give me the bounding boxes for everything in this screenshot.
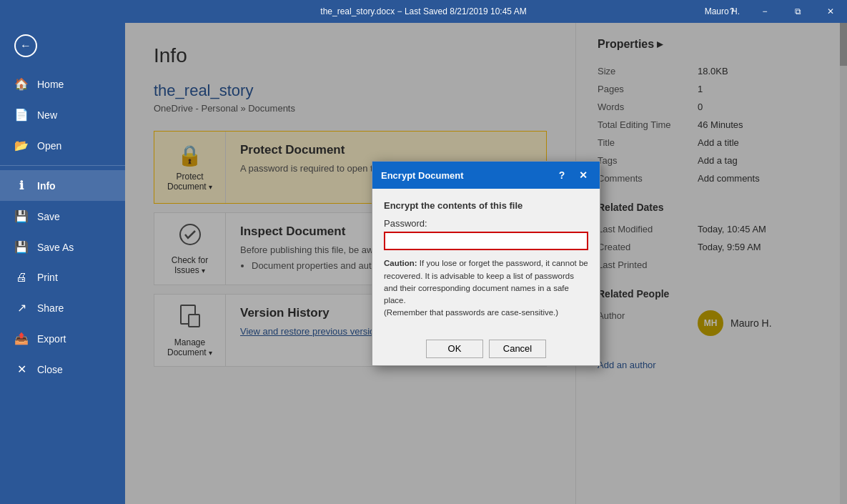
title-bar-text: the_real_story.docx − Last Saved 8/21/20… xyxy=(320,6,526,16)
sidebar-item-close[interactable]: ✕ Close xyxy=(0,354,125,385)
main-layout: ← 🏠 Home 📄 New 📂 Open ℹ xyxy=(0,23,847,504)
sidebar-label-home: Home xyxy=(37,79,64,90)
sidebar-item-save[interactable]: 💾 Save xyxy=(0,201,125,232)
modal-caution-text: Caution: If you lose or forget the passw… xyxy=(384,257,588,319)
sidebar-item-save-as[interactable]: 💾 Save As xyxy=(0,232,125,262)
modal-cancel-button[interactable]: Cancel xyxy=(489,340,546,358)
sidebar-item-print[interactable]: 🖨 Print xyxy=(0,262,125,292)
modal-footer: OK Cancel xyxy=(372,340,600,365)
sidebar-item-open[interactable]: 📂 Open xyxy=(0,130,125,161)
print-icon: 🖨 xyxy=(14,271,29,284)
new-icon: 📄 xyxy=(14,108,29,122)
encrypt-document-modal: Encrypt Document ? ✕ Encrypt the content… xyxy=(372,161,600,365)
info-icon: ℹ xyxy=(14,179,29,192)
sidebar-label-save: Save xyxy=(37,211,60,222)
modal-header: Encrypt Document ? ✕ xyxy=(372,162,600,189)
save-as-icon: 💾 xyxy=(14,240,29,254)
sidebar-divider xyxy=(0,165,125,166)
modal-close-button[interactable]: ✕ xyxy=(575,167,591,183)
sidebar-label-new: New xyxy=(37,109,57,121)
help-button[interactable]: ? xyxy=(715,0,748,23)
sidebar-item-info[interactable]: ℹ Info xyxy=(0,170,125,201)
modal-body: Encrypt the contents of this file Passwo… xyxy=(372,189,600,339)
sidebar-item-share[interactable]: ↗ Share xyxy=(0,292,125,323)
modal-overlay[interactable]: Encrypt Document ? ✕ Encrypt the content… xyxy=(125,23,847,504)
password-input[interactable] xyxy=(384,232,588,250)
modal-subtitle: Encrypt the contents of this file xyxy=(384,200,588,211)
sidebar-item-export[interactable]: 📤 Export xyxy=(0,323,125,354)
export-icon: 📤 xyxy=(14,332,29,345)
title-saved-label: Last Saved 8/21/2019 10:45 AM xyxy=(405,6,527,16)
open-icon: 📂 xyxy=(14,139,29,152)
sidebar-label-save-as: Save As xyxy=(37,242,74,253)
sidebar-label-export: Export xyxy=(37,333,66,345)
modal-help-button[interactable]: ? xyxy=(554,167,570,183)
modal-title: Encrypt Document xyxy=(381,170,464,181)
title-bar: the_real_story.docx − Last Saved 8/21/20… xyxy=(0,0,847,23)
back-circle-icon: ← xyxy=(14,34,37,57)
close-button[interactable]: ✕ xyxy=(814,0,847,23)
sidebar-label-info: Info xyxy=(37,180,56,192)
modal-header-buttons: ? ✕ xyxy=(554,167,591,183)
home-icon: 🏠 xyxy=(14,77,29,91)
sidebar-label-share: Share xyxy=(37,302,64,314)
sidebar-item-new[interactable]: 📄 New xyxy=(0,99,125,130)
title-bar-controls: ? − ⧉ ✕ xyxy=(715,0,847,23)
share-icon: ↗ xyxy=(14,301,29,315)
title-filename: the_real_story.docx xyxy=(320,6,395,16)
close-nav-icon: ✕ xyxy=(14,362,29,376)
sidebar-item-home[interactable]: 🏠 Home xyxy=(0,69,125,99)
restore-button[interactable]: ⧉ xyxy=(781,0,814,23)
app-container: the_real_story.docx − Last Saved 8/21/20… xyxy=(0,0,847,504)
back-button[interactable]: ← xyxy=(0,23,125,69)
sidebar: ← 🏠 Home 📄 New 📂 Open ℹ xyxy=(0,23,125,504)
sidebar-nav: 🏠 Home 📄 New 📂 Open ℹ Info 💾 xyxy=(0,69,125,385)
sidebar-label-close: Close xyxy=(37,364,63,375)
sidebar-label-open: Open xyxy=(37,140,61,152)
password-label: Password: xyxy=(384,218,588,229)
modal-ok-button[interactable]: OK xyxy=(426,340,483,358)
sidebar-label-print: Print xyxy=(37,272,58,283)
minimize-button[interactable]: − xyxy=(748,0,781,23)
save-icon: 💾 xyxy=(14,209,29,223)
